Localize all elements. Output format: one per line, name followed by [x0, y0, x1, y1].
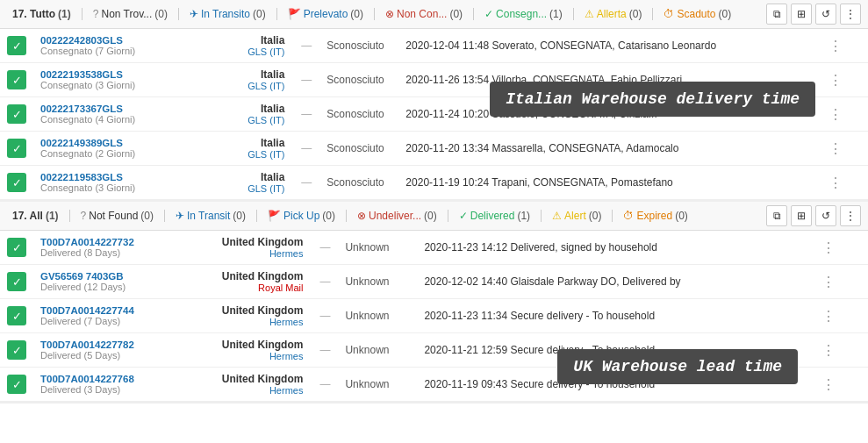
divider1: [82, 8, 82, 20]
more-row-button[interactable]: ⋮: [814, 275, 843, 289]
uk-tab-delivered[interactable]: ✓ Delivered (1): [454, 208, 535, 224]
dest-status: Unknown: [338, 333, 417, 368]
uk-toolbar-actions: ⧉ ⊞ ↺ ⋮: [766, 205, 861, 226]
country-name: Italia: [186, 137, 284, 149]
italian-table-wrapper: ✓ 00222242803GLS Consegnato (7 Giorni) I…: [0, 29, 868, 200]
check-icon: ✓: [7, 340, 26, 360]
tracking-id[interactable]: 00222149389GLS: [40, 138, 172, 148]
status-label: Consegnato (3 Giorni): [40, 80, 172, 90]
refresh-button-italian[interactable]: ↺: [815, 4, 836, 25]
uk-tab-in-transit[interactable]: ✈ In Transit (0): [170, 208, 251, 224]
tracking-id[interactable]: 00222119583GLS: [40, 172, 172, 182]
courier-name: Hermes: [204, 351, 303, 361]
more-cell: ⋮: [807, 368, 868, 402]
status-check-cell: ✓: [0, 265, 33, 299]
uk-divider6: [541, 210, 542, 222]
more-cell: ⋮: [814, 132, 868, 166]
refresh-button-uk[interactable]: ↺: [815, 205, 836, 226]
more-row-button[interactable]: ⋮: [821, 175, 850, 190]
more-row-button[interactable]: ⋮: [821, 73, 850, 88]
status-check-cell: ✓: [0, 63, 33, 97]
uk-tab-expired[interactable]: ⏱ Expired (0): [618, 208, 692, 224]
more-row-button[interactable]: ⋮: [814, 377, 843, 392]
status-label: Consegnato (4 Giorni): [40, 114, 172, 125]
check-icon: ✓: [7, 173, 26, 192]
country-name: United Kingdom: [204, 270, 303, 282]
more-row-button[interactable]: ⋮: [821, 107, 850, 122]
dest-status: Sconosciuto: [319, 97, 398, 132]
country-cell: United Kingdom Hermes: [197, 333, 312, 368]
uk-tab-alert[interactable]: ⚠ Alert (0): [547, 208, 606, 224]
tracking-cell: GV56569 7403GB Delivered (12 Days): [33, 265, 197, 299]
more-row-button[interactable]: ⋮: [821, 39, 850, 54]
arrow-cell: —: [312, 265, 338, 299]
italian-tab-non-con[interactable]: ⊗ Non Con... (0): [380, 6, 468, 22]
country-cell: United Kingdom Hermes: [197, 368, 312, 402]
tracking-id[interactable]: T00D7A0014227768: [40, 374, 190, 384]
country-name: Italia: [186, 171, 284, 183]
status-label: Consegnato (3 Giorni): [40, 182, 172, 193]
more-row-button[interactable]: ⋮: [814, 240, 843, 255]
tracking-id[interactable]: 00222242803GLS: [40, 35, 172, 46]
tracking-id[interactable]: T00D7A0014227732: [40, 237, 190, 247]
dest-status: Sconosciuto: [319, 166, 398, 200]
check-icon: ✓: [7, 375, 26, 394]
more-cell: ⋮: [807, 231, 868, 265]
more-row-button[interactable]: ⋮: [814, 343, 843, 358]
country-cell: Italia GLS (IT): [179, 29, 293, 63]
italian-tab-delivered[interactable]: ✓ Consegn... (1): [479, 6, 568, 22]
italian-tab-in-transit[interactable]: ✈ In Transito (0): [184, 6, 271, 22]
grid-button-italian[interactable]: ⊞: [791, 4, 812, 25]
status-label: Delivered (7 Days): [40, 316, 190, 326]
status-label: Delivered (5 Days): [40, 350, 190, 361]
uk-check-icon: ✓: [459, 210, 468, 222]
courier-name: Hermes: [204, 385, 303, 396]
country-cell: Italia GLS (IT): [179, 63, 293, 97]
uk-tab-not-found[interactable]: ? Not Found (0): [75, 208, 159, 224]
arrow-cell: —: [293, 63, 319, 97]
italian-tab-all[interactable]: 17. Tutto (1): [7, 6, 76, 22]
copy-button-uk[interactable]: ⧉: [766, 205, 787, 226]
country-cell: United Kingdom Hermes: [197, 299, 312, 333]
tracking-id[interactable]: 00222193538GLS: [40, 69, 172, 80]
table-row: ✓ GV56569 7403GB Delivered (12 Days) Uni…: [0, 265, 868, 299]
tracking-id[interactable]: T00D7A0014227744: [40, 305, 190, 316]
country-cell: Italia GLS (IT): [179, 97, 293, 132]
uk-tab-undelivered[interactable]: ⊗ Undeliver... (0): [352, 208, 442, 224]
dest-status: Sconosciuto: [319, 63, 398, 97]
noncon-icon: ⊗: [385, 8, 394, 20]
uk-divider3: [256, 210, 257, 222]
event-cell: 2020-12-04 11:48 Soverato, CONSEGNATA, C…: [398, 29, 814, 63]
arrow-cell: —: [293, 29, 319, 63]
copy-button-italian[interactable]: ⧉: [766, 4, 787, 25]
arrow-cell: —: [312, 299, 338, 333]
italian-tab-prelevato[interactable]: 🚩 Prelevato (0): [283, 6, 369, 22]
table-row: ✓ 00222119583GLS Consegnato (3 Giorni) I…: [0, 166, 868, 200]
more-button-uk[interactable]: ⋮: [840, 205, 861, 226]
uk-undelivered-icon: ⊗: [357, 210, 366, 222]
check-icon-toolbar: ✓: [484, 8, 493, 20]
italian-section: 17. Tutto (1) ? Non Trov... (0) ✈ In Tra…: [0, 0, 868, 202]
more-row-button[interactable]: ⋮: [814, 309, 843, 324]
italian-tab-alert[interactable]: ⚠ Allerta (0): [579, 6, 648, 22]
uk-tab-all[interactable]: 17. All (1): [7, 208, 64, 224]
more-button-italian[interactable]: ⋮: [840, 4, 861, 25]
uk-section: 17. All (1) ? Not Found (0) ✈ In Transit…: [0, 202, 868, 404]
uk-tab-pickup[interactable]: 🚩 Pick Up (0): [262, 208, 341, 224]
tracking-id[interactable]: 00222173367GLS: [40, 104, 172, 114]
dest-status: Sconosciuto: [319, 132, 398, 166]
courier-name: GLS (IT): [186, 81, 284, 91]
courier-name: GLS (IT): [186, 46, 284, 57]
more-row-button[interactable]: ⋮: [821, 141, 850, 156]
italian-tab-expired[interactable]: ⏱ Scaduto (0): [658, 6, 736, 22]
tracking-cell: T00D7A0014227732 Delivered (8 Days): [33, 231, 197, 265]
more-cell: ⋮: [807, 265, 868, 299]
country-cell: United Kingdom Royal Mail: [197, 265, 312, 299]
event-cell: 2020-11-19 10:24 Trapani, CONSEGNATA, Po…: [398, 166, 814, 200]
tracking-id[interactable]: T00D7A0014227782: [40, 339, 190, 350]
tracking-id[interactable]: GV56569 7403GB: [40, 271, 190, 282]
italian-tab-not-found[interactable]: ? Non Trov... (0): [88, 6, 173, 22]
status-check-cell: ✓: [0, 166, 33, 200]
event-cell: 2020-11-20 13:34 Massarella, CONSEGNATA,…: [398, 132, 814, 166]
grid-button-uk[interactable]: ⊞: [791, 205, 812, 226]
